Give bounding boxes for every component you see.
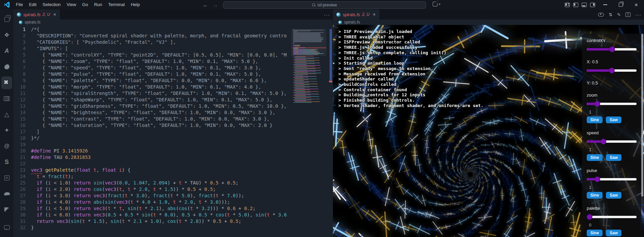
minimap[interactable] (293, 29, 326, 106)
slider-thumb[interactable] (587, 214, 592, 220)
code-line[interactable]: 10 { "NAME": "morph", "TYPE": "float", "… (13, 84, 287, 90)
slider-thumb[interactable] (594, 176, 600, 182)
sidebar-item-package[interactable] (1, 171, 12, 184)
code-line[interactable]: 14 { "NAME": "brightness", "TYPE": "floa… (13, 109, 287, 116)
code-line[interactable]: 2 "DESCRIPTION": "Converted spiral shade… (13, 33, 287, 39)
menu-go[interactable]: Go (79, 0, 91, 9)
saw-wave-button[interactable]: Saw (606, 192, 621, 199)
slider-thumb[interactable] (594, 101, 600, 107)
code-line[interactable]: 28 if (i < 4.0) return abs(sin(vec3(t * … (13, 199, 287, 205)
code-line[interactable]: 6 { "NAME": "zoom", "TYPE": "float", "DE… (13, 58, 287, 65)
nav-forward-icon[interactable]: → (213, 2, 218, 8)
sidebar-item-isf-preview[interactable] (1, 76, 12, 89)
sine-wave-button[interactable]: Sine (587, 154, 603, 161)
code-line[interactable]: 7 { "NAME": "speed", "TYPE": "float", "D… (13, 65, 287, 71)
code-line[interactable]: 18}*/ (13, 135, 287, 141)
sidebar-item-paw[interactable] (1, 60, 12, 73)
sine-wave-button[interactable]: Sine (587, 230, 603, 236)
code-line[interactable]: 13 { "NAME": "gridSharpness", "TYPE": "f… (13, 103, 287, 109)
code-line[interactable]: 4 "INPUTS": [ (13, 45, 287, 52)
sidebar-item-chat[interactable] (1, 221, 12, 234)
code-editor[interactable]: 1/*{2 "DESCRIPTION": "Converted spiral s… (13, 25, 333, 237)
code-line[interactable]: 5 { "NAME": "controlXY", "TYPE": "point2… (13, 52, 287, 58)
saw-wave-button[interactable]: Saw (606, 154, 621, 161)
code-line[interactable]: 1/*{ (13, 26, 287, 33)
code-line[interactable]: 30 if (i < 6.0) return vec3(0.5 + 0.5 * … (13, 212, 287, 218)
edit-pen-icon[interactable]: ✎ (617, 12, 621, 17)
tab-close-icon[interactable]: × (53, 12, 56, 17)
sidebar-item-kangaroo[interactable] (1, 188, 12, 200)
code-line[interactable]: 22 (13, 161, 287, 167)
sync-arrows-icon[interactable]: ⇅ (609, 12, 612, 17)
restore-button[interactable] (613, 0, 628, 9)
menu-terminal[interactable]: Terminal (105, 0, 128, 9)
toggle-sidebar-right-icon[interactable] (590, 3, 595, 7)
slider-pulse[interactable] (587, 176, 637, 182)
code-line[interactable]: 32} (13, 225, 287, 231)
breadcrumb[interactable]: spirals.fs (13, 20, 333, 25)
code-line[interactable]: 23vec3 getPalette(float t, float i) { (13, 167, 287, 173)
tab-spirals-fs[interactable]: spirals.fs 2, U × (13, 9, 60, 20)
toggle-sidebar-left-icon[interactable] (573, 3, 578, 7)
sine-wave-button[interactable]: Sine (587, 116, 603, 123)
more-actions-icon[interactable]: ··· (635, 12, 641, 18)
code-line[interactable]: 16 { "NAME": "saturation", "TYPE": "floa… (13, 122, 287, 129)
nav-back-icon[interactable]: ← (203, 2, 208, 8)
code-line[interactable]: 26 if (i < 2.0) return cos(vec3(t, t * 2… (13, 186, 287, 193)
slider-speed[interactable] (587, 139, 637, 144)
menu-view[interactable]: View (64, 0, 79, 9)
code-line[interactable]: 19 (13, 141, 287, 148)
sidebar-item-mail-settings[interactable]: @ (1, 140, 12, 153)
code-line[interactable]: 3 "CATEGORIES": [ "Psychedelic", "Fracta… (13, 39, 287, 45)
slider-thumb[interactable] (601, 139, 606, 144)
tab-spirals-fs-preview[interactable]: spirals.fs 2, U × (333, 9, 380, 20)
slider-palette[interactable] (587, 214, 637, 220)
sidebar-item-stripe[interactable]: S (1, 156, 12, 168)
code-line[interactable]: 11 { "NAME": "spiralStrength", "TYPE": "… (13, 90, 287, 97)
saw-wave-button[interactable]: Saw (606, 116, 621, 123)
menu-run[interactable]: Run (91, 0, 105, 9)
code-line[interactable]: 29 if (i < 5.0) return vec3(t * t, sin(t… (13, 205, 287, 212)
close-button[interactable]: × (628, 0, 644, 9)
sidebar-item-explorer[interactable] (1, 13, 12, 26)
split-editor-icon[interactable] (625, 12, 631, 17)
sidebar-item-extensions-grid[interactable]: ❖ (1, 29, 12, 41)
webview-scrollbar[interactable] (641, 25, 644, 237)
menu-edit[interactable]: Edit (26, 0, 39, 9)
code-line[interactable]: 8 { "NAME": "pulse", "TYPE": "float", "D… (13, 71, 287, 77)
sidebar-item-prism[interactable]: △ (1, 108, 12, 121)
customize-layout-icon[interactable] (565, 3, 570, 7)
sidebar-item-azure[interactable]: A (1, 44, 12, 57)
code-line[interactable]: 25 if (i < 1.0) return sin(vec3(0.0, 1.0… (13, 180, 287, 186)
menu-file[interactable]: File (13, 0, 26, 9)
code-line[interactable]: 9 { "NAME": "palette", "TYPE": "float", … (13, 77, 287, 84)
code-line[interactable]: 21#define TAU 6.2831853 (13, 154, 287, 161)
manage-remote-button[interactable]: ∨ (433, 2, 441, 6)
breadcrumb[interactable]: spirals.fs (333, 20, 644, 25)
preview-eye-icon[interactable] (598, 13, 604, 16)
slider-x-0-5[interactable] (587, 68, 637, 73)
more-actions-icon[interactable]: ··· (324, 12, 330, 18)
sine-wave-button[interactable]: Sine (587, 192, 603, 199)
minimize-button[interactable] (597, 0, 613, 9)
slider-controlxy[interactable] (587, 46, 637, 52)
slider-thumb[interactable] (609, 68, 615, 73)
code-line[interactable]: 20#define PI 3.1415926 (13, 148, 287, 154)
slider-thumb[interactable] (609, 46, 615, 52)
slider-zoom[interactable] (587, 101, 637, 107)
code-line[interactable]: 12 { "NAME": "shapeWarp", "TYPE": "float… (13, 97, 287, 103)
saw-wave-button[interactable]: Saw (606, 230, 621, 236)
sidebar-item-copilot[interactable]: ✦ (1, 124, 12, 137)
menu-selection[interactable]: Selection (39, 0, 63, 9)
tab-close-icon[interactable]: × (373, 12, 375, 17)
code-line[interactable]: 24 t = fract(t); (13, 173, 287, 180)
overview-ruler[interactable] (328, 25, 333, 237)
code-line[interactable]: 15 { "NAME": "contrast", "TYPE": "float"… (13, 116, 287, 122)
scrollbar-thumb[interactable] (641, 34, 643, 197)
code-line[interactable]: 31 return vec3(sin(t * 1.5), sin(t * 2.1… (13, 218, 287, 225)
menu-help[interactable]: Help (128, 0, 143, 9)
toggle-panel-icon[interactable] (582, 3, 587, 7)
code-line[interactable]: 27 if (i < 3.0) return vec3(fract(t * 3.… (13, 193, 287, 199)
sidebar-item-pixel-f[interactable] (1, 203, 12, 216)
sidebar-item-container[interactable] (1, 92, 12, 105)
